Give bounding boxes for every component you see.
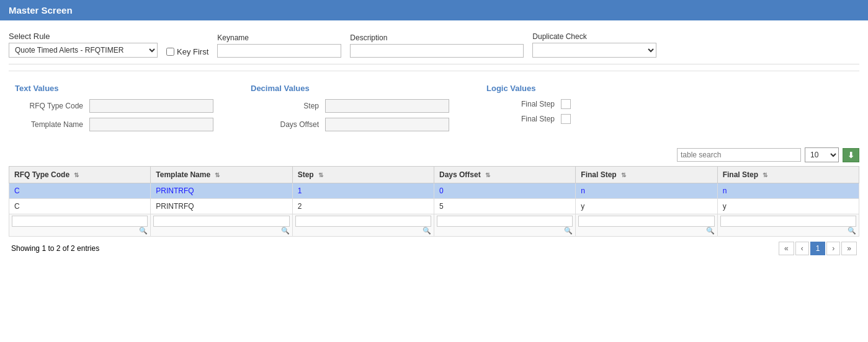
middle-form: Text Values RFQ Type Code C Template Nam… — [9, 77, 859, 141]
text-values-title: Text Values — [15, 84, 213, 93]
cell-daysOffset: 0 — [434, 183, 575, 199]
final-step-2-row: Final Step — [486, 114, 571, 124]
sort-icon-template: ⇅ — [215, 172, 220, 178]
filter-rfq-type-code[interactable] — [12, 216, 148, 227]
final-step-2-checkbox[interactable] — [561, 114, 571, 124]
col-days-offset[interactable]: Days Offset ⇅ — [434, 167, 575, 183]
table-row[interactable]: CPRINTRFQ10nn — [9, 183, 859, 199]
col-final-step-2[interactable]: Final Step ⇅ — [717, 167, 859, 183]
final-step-2-label: Final Step — [486, 115, 555, 123]
description-label: Description — [350, 33, 524, 42]
cell-rfqTypeCode: C — [9, 183, 151, 199]
title-bar: Master Screen — [0, 0, 868, 20]
sort-icon-rfq: ⇅ — [74, 172, 79, 178]
col-template-name[interactable]: Template Name ⇅ — [151, 167, 292, 183]
first-page-button[interactable]: « — [779, 242, 794, 255]
pagination-info: Showing 1 to 2 of 2 entries — [11, 244, 99, 253]
cell-daysOffset: 5 — [434, 199, 575, 214]
cell-templateName: PRINTRFQ — [151, 199, 292, 214]
description-input: Quote Timed Alerts — [350, 44, 524, 58]
key-first-checkbox[interactable] — [166, 48, 174, 56]
showing-text: Showing — [11, 244, 42, 253]
text-values-section: Text Values RFQ Type Code C Template Nam… — [15, 84, 213, 135]
final-step-1-checkbox[interactable] — [561, 99, 571, 109]
filter-step[interactable] — [295, 216, 431, 227]
filter-final-step-2[interactable] — [720, 216, 856, 227]
last-page-button[interactable]: » — [841, 242, 857, 255]
duplicate-check-group: Duplicate Check — [532, 32, 656, 58]
sort-icon-final2: ⇅ — [763, 172, 767, 178]
cell-finalStep1: n — [576, 183, 717, 199]
col-final-step-2-label: Final Step — [723, 170, 758, 179]
days-offset-row: Days Offset 0 — [251, 118, 449, 131]
rfq-type-code-input[interactable]: C — [89, 99, 213, 113]
sort-icon-days: ⇅ — [485, 172, 490, 178]
table-search-input[interactable] — [677, 148, 801, 162]
prev-page-button[interactable]: ‹ — [795, 242, 809, 255]
col-final-step-1[interactable]: Final Step ⇅ — [576, 167, 717, 183]
filter-icon-rfq: 🔍 — [139, 227, 148, 235]
description-group: Description Quote Timed Alerts — [350, 33, 524, 58]
of-text: of — [60, 244, 71, 253]
page-size-select[interactable]: 10 25 50 100 — [805, 147, 839, 162]
cell-templateName: PRINTRFQ — [151, 183, 292, 199]
cell-rfqTypeCode: C — [9, 199, 151, 214]
col-rfq-type-code[interactable]: RFQ Type Code ⇅ — [9, 167, 151, 183]
filter-icon-final1: 🔍 — [706, 227, 715, 235]
template-name-label: Template Name — [15, 120, 83, 129]
filter-icon-days: 🔍 — [564, 227, 573, 235]
decimal-values-section: Decimal Values Step 1 Days Offset 0 — [251, 84, 449, 135]
rfq-type-code-row: RFQ Type Code C — [15, 99, 213, 113]
app-title: Master Screen — [9, 5, 73, 15]
col-rfq-type-code-label: RFQ Type Code — [14, 170, 69, 179]
cell-step: 1 — [292, 183, 434, 199]
select-rule-label: Select Rule — [9, 32, 158, 41]
keyname-input[interactable]: RFQTIMER — [217, 44, 341, 58]
total-count: 2 — [71, 244, 75, 253]
logic-values-title: Logic Values — [486, 84, 571, 93]
key-first-label: Key First — [177, 47, 208, 56]
table-controls: 10 25 50 100 ⬇ — [9, 147, 859, 162]
filter-days-offset[interactable] — [437, 216, 573, 227]
pagination: Showing 1 to 2 of 2 entries « ‹ 1 › » — [9, 242, 859, 255]
step-input[interactable]: 1 — [325, 99, 449, 113]
final-step-1-label: Final Step — [486, 100, 555, 108]
template-name-input[interactable]: PRINTRFQ — [89, 118, 213, 131]
days-offset-label: Days Offset — [251, 120, 319, 129]
table-section: 10 25 50 100 ⬇ RFQ Type Code ⇅ Template … — [9, 147, 859, 255]
next-page-button[interactable]: › — [826, 242, 840, 255]
keyname-label: Keyname — [217, 33, 341, 42]
table-row[interactable]: CPRINTRFQ25yy — [9, 199, 859, 214]
filter-row: 🔍 🔍 🔍 🔍 🔍 🔍 — [9, 214, 859, 237]
template-name-row: Template Name PRINTRFQ — [15, 118, 213, 131]
sort-icon-step: ⇅ — [318, 172, 323, 178]
filter-icon-step: 🔍 — [423, 227, 431, 235]
export-button[interactable]: ⬇ — [843, 148, 859, 162]
logic-values-section: Logic Values Final Step Final Step — [486, 84, 571, 135]
entries-text: entries — [75, 244, 99, 253]
col-days-offset-label: Days Offset — [439, 170, 481, 179]
days-offset-input[interactable]: 0 — [325, 118, 449, 131]
filter-final-step-1[interactable] — [578, 216, 714, 227]
col-final-step-1-label: Final Step — [581, 170, 616, 179]
col-template-name-label: Template Name — [156, 170, 210, 179]
duplicate-check-dropdown[interactable] — [532, 43, 656, 58]
data-table: RFQ Type Code ⇅ Template Name ⇅ Step ⇅ D… — [9, 166, 859, 237]
filter-icon-template: 🔍 — [281, 227, 290, 235]
select-rule-dropdown[interactable]: Quote Timed Alerts - RFQTIMER — [9, 43, 158, 58]
top-form: Select Rule Quote Timed Alerts - RFQTIME… — [9, 27, 859, 64]
export-icon: ⬇ — [848, 151, 854, 160]
select-rule-group: Select Rule Quote Timed Alerts - RFQTIME… — [9, 32, 158, 58]
filter-template-name[interactable] — [153, 216, 289, 227]
filter-icon-final2: 🔍 — [848, 227, 856, 235]
table-header-row: RFQ Type Code ⇅ Template Name ⇅ Step ⇅ D… — [9, 167, 859, 183]
col-step[interactable]: Step ⇅ — [292, 167, 434, 183]
col-step-label: Step — [298, 170, 314, 179]
step-label: Step — [251, 102, 319, 110]
page-range: 1 to 2 — [42, 244, 60, 253]
pagination-buttons: « ‹ 1 › » — [779, 242, 857, 255]
key-first-group: Key First — [166, 47, 208, 58]
duplicate-check-label: Duplicate Check — [532, 32, 656, 41]
current-page-button[interactable]: 1 — [810, 242, 826, 255]
final-step-1-row: Final Step — [486, 99, 571, 109]
